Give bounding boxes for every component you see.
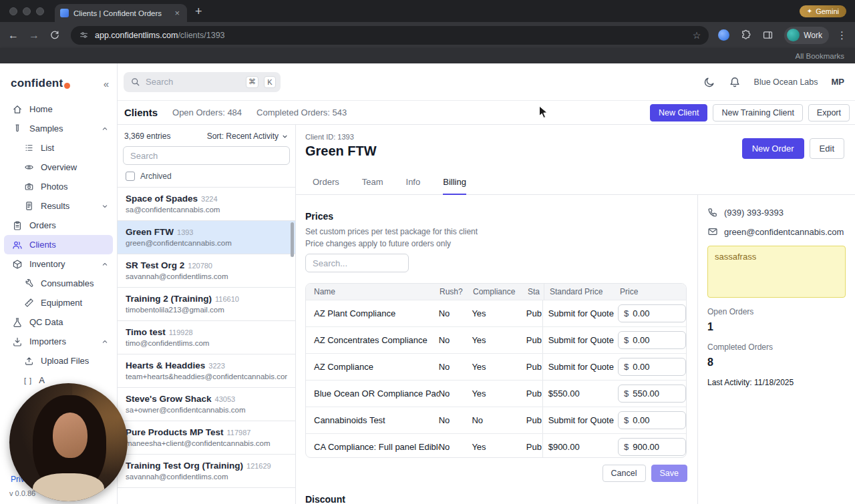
- price-input[interactable]: $0.00: [618, 411, 686, 429]
- sort-dropdown[interactable]: Sort: Recent Activity: [207, 132, 289, 141]
- forward-button[interactable]: →: [29, 29, 39, 41]
- gemini-button[interactable]: ✦ Gemini: [800, 5, 846, 17]
- open-orders-value: 1: [707, 321, 846, 333]
- cell-standard-price: Submit for Quote: [542, 407, 614, 433]
- price-input[interactable]: $0.00: [618, 358, 686, 376]
- sidebar-item-clients[interactable]: Clients: [4, 235, 113, 254]
- notifications-bell-icon[interactable]: [729, 76, 741, 88]
- new-tab-button[interactable]: +: [195, 5, 202, 17]
- sidebar-collapse-button[interactable]: «: [104, 78, 109, 89]
- currency-prefix: $: [624, 389, 629, 399]
- cell-rush: No: [439, 381, 472, 407]
- address-bar[interactable]: app.confidentlims.com /clients/1393 ☆: [71, 26, 709, 45]
- extension-icon[interactable]: [718, 29, 729, 41]
- global-search-input[interactable]: [146, 77, 240, 87]
- user-avatar[interactable]: MP: [832, 77, 845, 87]
- eye-icon: [24, 162, 34, 172]
- client-name-text: Steve's Grow Shack: [126, 394, 212, 404]
- client-search-input[interactable]: [123, 146, 290, 165]
- sidebar-item-list[interactable]: List: [0, 138, 117, 158]
- url-path: /clients/1393: [178, 31, 224, 40]
- sidebar-item-qc-data[interactable]: QC Data: [0, 312, 117, 332]
- browser-tabstrip: Clients | Confident Orders × + ✦ Gemini: [0, 0, 855, 22]
- list-item[interactable]: Steve's Grow Shack43053 sa+owner@confide…: [118, 388, 295, 421]
- reload-button[interactable]: [49, 30, 60, 41]
- side-panel-icon[interactable]: [762, 29, 774, 41]
- list-item[interactable]: Timo test119928 timo@confidentlims.com: [118, 321, 295, 354]
- minimize-window-button[interactable]: [23, 7, 31, 15]
- sidebar-item-consumables[interactable]: Consumables: [0, 274, 117, 293]
- sidebar-item-label: Photos: [41, 182, 67, 192]
- sidebar-item-overview[interactable]: Overview: [0, 158, 117, 177]
- sidebar-item-importers[interactable]: Importers: [0, 332, 117, 351]
- email-row: green@confidentcannabis.com: [707, 226, 846, 237]
- bookmark-star-icon[interactable]: ☆: [693, 30, 701, 41]
- price-input[interactable]: $550.00: [618, 385, 686, 403]
- sidebar-item-equipment[interactable]: Equipment: [0, 293, 117, 312]
- client-name-text: SR Test Org 2: [126, 260, 184, 270]
- sidebar-item-label: Samples: [29, 123, 63, 134]
- global-search[interactable]: ⌘ K: [124, 72, 281, 92]
- list-item[interactable]: Space of Spades3224 sa@confidentcannabis…: [118, 188, 295, 221]
- gemini-label: Gemini: [816, 7, 839, 15]
- cell-status: Pub: [526, 381, 542, 407]
- list-item[interactable]: Pure Products MP Test117987 maneesha+cli…: [118, 421, 295, 455]
- archived-checkbox[interactable]: [126, 172, 135, 181]
- prices-search-input[interactable]: [305, 254, 409, 272]
- tab-team[interactable]: Team: [362, 177, 383, 194]
- list-item[interactable]: Training 2 (Training)116610 timobentolil…: [118, 288, 295, 321]
- export-button[interactable]: Export: [808, 104, 850, 121]
- list-item[interactable]: SR Test Org 2120780 savannah@confidentli…: [118, 254, 295, 288]
- edit-button[interactable]: Edit: [810, 138, 844, 159]
- list-item[interactable]: Training Test Org (Training)121629 savan…: [118, 455, 295, 488]
- browser-menu-icon[interactable]: ⋮: [837, 29, 847, 41]
- price-input[interactable]: $900.00: [618, 438, 686, 456]
- sidebar-item-upload-files[interactable]: Upload Files: [0, 351, 117, 370]
- cancel-button[interactable]: Cancel: [603, 465, 646, 482]
- sidebar-item-results[interactable]: Results: [0, 196, 117, 216]
- sidebar-item-photos[interactable]: Photos: [0, 177, 117, 196]
- flask-icon: [12, 317, 23, 328]
- close-window-button[interactable]: [9, 7, 17, 15]
- sidebar-item-orders[interactable]: Orders: [0, 216, 117, 235]
- browser-profile-button[interactable]: Work: [784, 27, 829, 44]
- new-training-client-button[interactable]: New Training Client: [713, 104, 802, 121]
- download-icon: [12, 336, 23, 347]
- list-item-selected[interactable]: Green FTW1393 green@confidentcannabis.co…: [118, 221, 295, 254]
- client-detail-name: Green FTW: [305, 144, 377, 159]
- currency-prefix: $: [624, 335, 629, 345]
- dark-mode-moon-icon[interactable]: [703, 76, 715, 88]
- scrollbar-thumb[interactable]: [291, 222, 294, 257]
- tab-orders[interactable]: Orders: [313, 177, 339, 194]
- tab-close-icon[interactable]: ×: [172, 8, 182, 18]
- price-input[interactable]: $0.00: [618, 331, 686, 349]
- sidebar-item-inventory[interactable]: Inventory: [0, 254, 117, 274]
- client-note[interactable]: sassafrass: [707, 246, 846, 298]
- last-activity: Last Activity: 11/18/2025: [707, 378, 846, 387]
- sidebar-item-samples[interactable]: Samples: [0, 119, 117, 138]
- list-item[interactable]: Hearts & Headdies3223 team+hearts&headdi…: [118, 354, 295, 388]
- new-client-button[interactable]: New Client: [650, 104, 707, 121]
- cell-rush: No: [439, 407, 472, 433]
- tab-billing[interactable]: Billing: [443, 177, 466, 195]
- back-button[interactable]: ←: [8, 29, 19, 41]
- client-name: Training 2 (Training)116610: [126, 294, 287, 304]
- tab-info[interactable]: Info: [406, 177, 421, 194]
- price-input[interactable]: $0.00: [618, 304, 686, 322]
- extensions-puzzle-icon[interactable]: [740, 29, 751, 41]
- window-controls: [9, 7, 44, 15]
- sidebar-item-home[interactable]: Home: [0, 99, 117, 119]
- sidebar-item-label: Consumables: [41, 278, 94, 288]
- cell-status: Pub: [526, 327, 542, 353]
- new-order-button[interactable]: New Order: [742, 138, 804, 159]
- save-button[interactable]: Save: [651, 465, 688, 482]
- webcam-overlay[interactable]: [9, 383, 128, 501]
- browser-tab[interactable]: Clients | Confident Orders ×: [55, 4, 187, 22]
- all-bookmarks-button[interactable]: All Bookmarks: [796, 52, 845, 60]
- tune-icon[interactable]: [79, 30, 89, 40]
- maximize-window-button[interactable]: [36, 7, 44, 15]
- client-name: Training Test Org (Training)121629: [126, 461, 287, 471]
- archived-label: Archived: [140, 172, 172, 181]
- column-status: Sta: [528, 284, 544, 300]
- price-value: 0.00: [633, 415, 649, 425]
